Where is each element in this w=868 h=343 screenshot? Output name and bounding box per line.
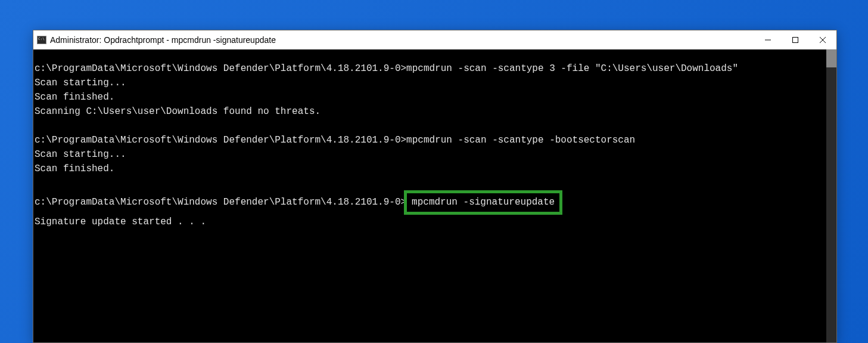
- scroll-thumb[interactable]: [826, 50, 836, 67]
- minimize-icon: [765, 37, 771, 43]
- highlighted-command: mpcmdrun -signatureupdate: [404, 190, 562, 215]
- output-line: Scan starting...: [35, 76, 825, 90]
- close-button[interactable]: [809, 30, 836, 49]
- minimize-button[interactable]: [754, 30, 782, 49]
- command-text: mpcmdrun -signatureupdate: [412, 197, 555, 208]
- output-line: Scan finished.: [35, 162, 825, 176]
- output-line: Signature update started . . .: [35, 215, 825, 229]
- cmd-icon: [37, 36, 46, 44]
- close-icon: [820, 37, 826, 43]
- output-line: Scanning C:\Users\user\Downloads found n…: [35, 104, 825, 119]
- maximize-icon: [792, 37, 798, 43]
- scrollbar[interactable]: [826, 50, 836, 342]
- command-text: mpcmdrun -scan -scantype -bootsectorscan: [406, 135, 635, 146]
- window-title: Administrator: Opdrachtprompt - mpcmdrun…: [50, 35, 754, 45]
- console-output[interactable]: c:\ProgramData\Microsoft\Windows Defende…: [33, 50, 826, 342]
- prompt-text: c:\ProgramData\Microsoft\Windows Defende…: [35, 63, 406, 74]
- command-text: mpcmdrun -scan -scantype 3 -file "C:\Use…: [406, 63, 738, 74]
- svg-rect-1: [793, 37, 798, 42]
- window-controls: [754, 30, 836, 49]
- console-wrap: c:\ProgramData\Microsoft\Windows Defende…: [33, 50, 836, 342]
- output-line: Scan finished.: [35, 90, 825, 104]
- title-bar[interactable]: Administrator: Opdrachtprompt - mpcmdrun…: [33, 30, 836, 50]
- output-line: Scan starting...: [35, 147, 825, 162]
- maximize-button[interactable]: [782, 30, 809, 49]
- prompt-text: c:\ProgramData\Microsoft\Windows Defende…: [35, 197, 406, 208]
- prompt-text: c:\ProgramData\Microsoft\Windows Defende…: [35, 135, 406, 146]
- command-prompt-window: Administrator: Opdrachtprompt - mpcmdrun…: [33, 30, 837, 343]
